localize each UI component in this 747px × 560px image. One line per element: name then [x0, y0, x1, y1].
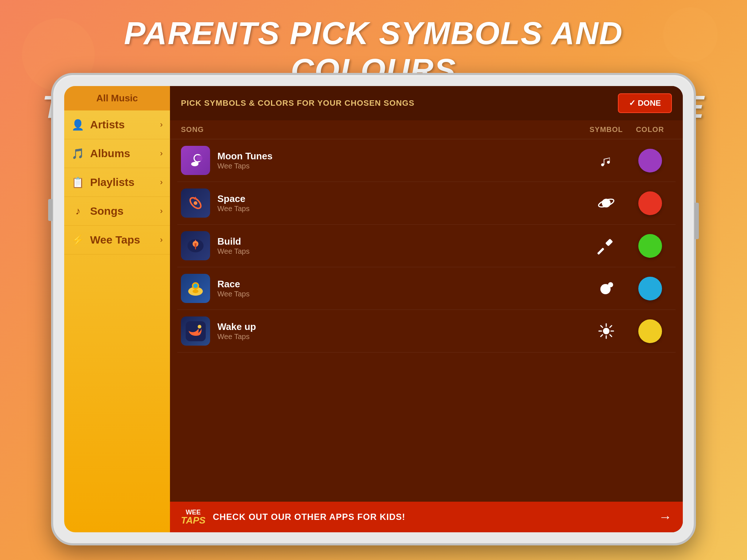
svg-line-29 — [601, 335, 603, 337]
song-info-build: Build Wee Taps — [181, 231, 584, 260]
svg-line-28 — [610, 326, 612, 327]
song-color-build[interactable] — [628, 234, 672, 258]
sun-icon — [597, 322, 616, 341]
song-artist-space: Wee Taps — [217, 205, 249, 213]
table-row: Wake up Wee Taps — [177, 310, 676, 353]
song-symbol-wake-up[interactable] — [584, 322, 628, 341]
svg-point-20 — [198, 325, 201, 328]
table-header: SONG SYMBOL COLOR — [170, 120, 683, 139]
banner-taps-label: TAPS — [181, 516, 205, 525]
ipad-frame: All Music 👤 Artists › 🎵 Albums › 📋 Playl… — [51, 73, 696, 545]
song-name-space: Space — [217, 193, 249, 205]
svg-rect-19 — [186, 321, 206, 341]
main-panel: PICK SYMBOLS & COLORS FOR YOUR CHOSEN SO… — [170, 86, 683, 532]
song-artist-wake-up: Wee Taps — [217, 332, 256, 341]
sidebar-label-artists: Artists — [90, 118, 160, 131]
banner-cta-text: CHECK OUT OUR OTHER APPS FOR KIDS! — [213, 512, 651, 522]
artists-chevron: › — [160, 120, 163, 129]
svg-point-18 — [608, 282, 613, 287]
ipad-screen: All Music 👤 Artists › 🎵 Albums › 📋 Playl… — [64, 86, 683, 532]
song-symbol-space[interactable] — [584, 194, 628, 213]
song-artist-moon-tunes: Wee Taps — [217, 162, 272, 170]
svg-rect-3 — [194, 162, 196, 164]
songs-chevron: › — [160, 206, 163, 216]
pick-symbols-title: PICK SYMBOLS & COLORS FOR YOUR CHOSEN SO… — [181, 98, 414, 108]
song-artist-build: Wee Taps — [217, 247, 249, 256]
song-info-space: Space Wee Taps — [181, 188, 584, 218]
color-circle-race[interactable] — [638, 277, 662, 300]
song-name-wake-up: Wake up — [217, 321, 256, 332]
song-artist-race: Wee Taps — [217, 290, 249, 298]
color-circle-moon-tunes[interactable] — [638, 149, 662, 172]
song-symbol-build[interactable] — [584, 236, 628, 255]
svg-rect-12 — [597, 248, 604, 255]
svg-point-21 — [603, 328, 609, 334]
sidebar-label-playlists: Playlists — [90, 176, 160, 188]
song-list: Moon Tunes Wee Taps — [170, 139, 683, 502]
song-text-moon-tunes: Moon Tunes Wee Taps — [217, 151, 272, 170]
svg-point-1 — [197, 155, 202, 161]
song-thumb-moon-tunes — [181, 146, 210, 175]
svg-point-4 — [196, 162, 198, 165]
col-color-header: COLOR — [628, 125, 672, 134]
col-song-header: SONG — [181, 125, 584, 134]
hammer-icon — [597, 236, 616, 255]
song-text-build: Build Wee Taps — [217, 236, 249, 256]
playlists-chevron: › — [160, 178, 163, 187]
svg-line-26 — [601, 326, 603, 327]
song-info-race: Race Wee Taps — [181, 274, 584, 303]
svg-rect-11 — [605, 238, 613, 246]
table-row: Race Wee Taps — [177, 267, 676, 310]
banner-arrow-icon: → — [659, 509, 672, 525]
artists-icon: 👤 — [71, 119, 84, 131]
songs-icon: ♪ — [71, 205, 84, 217]
song-name-build: Build — [217, 236, 249, 247]
wee-taps-icon: ⚡ — [71, 234, 84, 246]
color-circle-space[interactable] — [638, 191, 662, 215]
song-text-space: Space Wee Taps — [217, 193, 249, 213]
song-color-wake-up[interactable] — [628, 319, 672, 343]
song-name-race: Race — [217, 279, 249, 290]
song-color-moon-tunes[interactable] — [628, 149, 672, 172]
sidebar-header: All Music — [64, 86, 170, 110]
song-info-moon-tunes: Moon Tunes Wee Taps — [181, 146, 584, 175]
color-circle-build[interactable] — [638, 234, 662, 258]
song-thumb-space — [181, 188, 210, 218]
ipad-right-button — [694, 203, 699, 239]
wee-taps-chevron: › — [160, 235, 163, 245]
svg-point-15 — [193, 284, 198, 288]
sidebar-item-artists[interactable]: 👤 Artists › — [64, 110, 170, 139]
song-symbol-race[interactable] — [584, 279, 628, 298]
sidebar-item-songs[interactable]: ♪ Songs › — [64, 197, 170, 226]
svg-point-6 — [194, 201, 197, 205]
song-thumb-build — [181, 231, 210, 260]
sidebar-item-playlists[interactable]: 📋 Playlists › — [64, 168, 170, 197]
song-name-moon-tunes: Moon Tunes — [217, 151, 272, 162]
promo-banner[interactable]: WEE TAPS CHECK OUT OUR OTHER APPS FOR KI… — [170, 502, 683, 532]
song-info-wake-up: Wake up Wee Taps — [181, 316, 584, 346]
song-color-race[interactable] — [628, 277, 672, 300]
song-thumb-wake-up — [181, 316, 210, 346]
song-color-space[interactable] — [628, 191, 672, 215]
song-symbol-moon-tunes[interactable] — [584, 151, 628, 170]
table-row: Moon Tunes Wee Taps — [177, 139, 676, 182]
planet-icon — [597, 194, 616, 213]
sidebar-item-albums[interactable]: 🎵 Albums › — [64, 139, 170, 168]
wee-taps-logo: WEE TAPS — [181, 509, 205, 525]
ipad-side-button — [48, 199, 53, 221]
song-text-wake-up: Wake up Wee Taps — [217, 321, 256, 341]
albums-chevron: › — [160, 149, 163, 158]
done-button[interactable]: ✓ DONE — [618, 93, 672, 113]
svg-line-27 — [610, 335, 612, 337]
app-container: All Music 👤 Artists › 🎵 Albums › 📋 Playl… — [64, 86, 683, 532]
table-row: Space Wee Taps — [177, 182, 676, 225]
sidebar-label-albums: Albums — [90, 147, 160, 160]
main-header: PICK SYMBOLS & COLORS FOR YOUR CHOSEN SO… — [170, 86, 683, 120]
sidebar-header-label: All Music — [96, 93, 138, 104]
color-circle-wake-up[interactable] — [638, 319, 662, 343]
albums-icon: 🎵 — [71, 148, 84, 160]
playlists-icon: 📋 — [71, 176, 84, 188]
col-symbol-header: SYMBOL — [584, 125, 628, 134]
sidebar-item-wee-taps[interactable]: ⚡ Wee Taps › — [64, 226, 170, 254]
song-thumb-race — [181, 274, 210, 303]
